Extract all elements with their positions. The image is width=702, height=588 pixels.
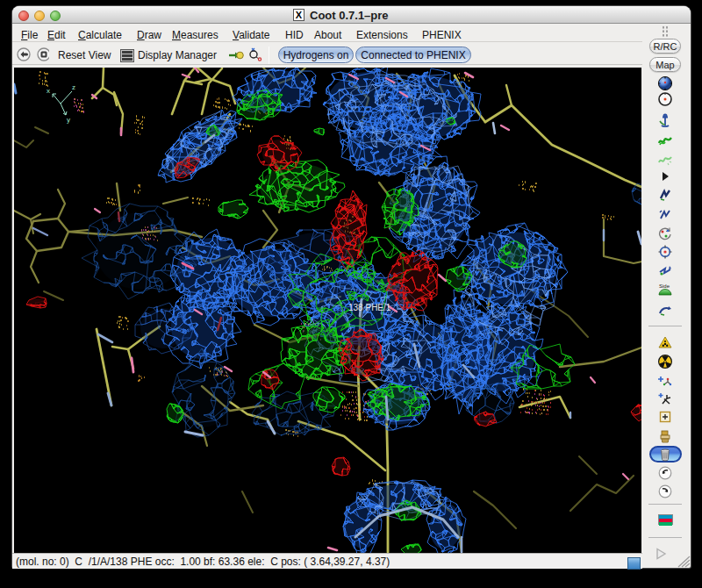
svg-text:y: y [67, 116, 70, 124]
svg-text:138 PHE/1: 138 PHE/1 [348, 303, 391, 312]
svg-text:x: x [47, 87, 50, 95]
svg-text:z: z [72, 83, 75, 91]
svg-text:Side: Side [659, 283, 670, 289]
